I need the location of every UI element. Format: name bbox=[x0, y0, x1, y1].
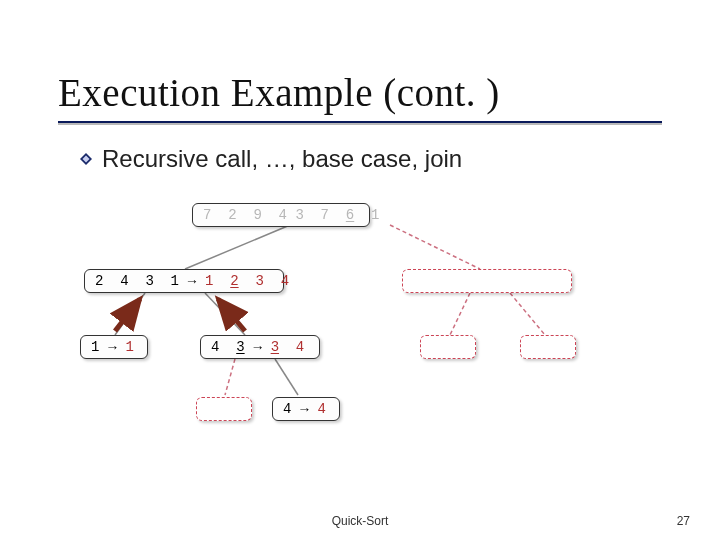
svg-line-8 bbox=[115, 299, 140, 331]
arrow-icon: → bbox=[251, 339, 265, 355]
svg-line-6 bbox=[450, 293, 470, 335]
lr-right-input: 4 bbox=[283, 401, 291, 417]
tree-right-child-placeholder-1 bbox=[420, 335, 476, 359]
page-number: 27 bbox=[677, 514, 690, 528]
tree-lr-right-box: 4 → 4 bbox=[272, 397, 340, 421]
bullet-row: Recursive call, …, base case, join bbox=[0, 123, 720, 173]
svg-line-9 bbox=[218, 299, 245, 331]
bullet-text: Recursive call, …, base case, join bbox=[102, 145, 462, 173]
left-input: 2 4 3 1 bbox=[95, 273, 179, 289]
leftleft-input: 1 bbox=[91, 339, 99, 355]
tree-leftright-box: 4 3 → 3 4 bbox=[200, 335, 320, 359]
root-input: 7 2 9 4 3 7 6 1 bbox=[203, 207, 379, 223]
tree-root-box: 7 2 9 4 3 7 6 1 bbox=[192, 203, 370, 227]
svg-line-2 bbox=[185, 225, 290, 269]
tree-right-placeholder bbox=[402, 269, 572, 293]
leftright-output: 3 4 bbox=[271, 339, 305, 355]
svg-line-10 bbox=[225, 359, 235, 395]
leftright-input: 4 3 bbox=[211, 339, 245, 355]
svg-line-5 bbox=[205, 293, 245, 335]
left-output: 1 2 3 4 bbox=[205, 273, 289, 289]
tree-right-child-placeholder-2 bbox=[520, 335, 576, 359]
lr-right-output: 4 bbox=[317, 401, 325, 417]
svg-line-11 bbox=[275, 359, 298, 395]
tree-diagram: 7 2 9 4 3 7 6 1 2 4 3 1 → 1 2 3 4 1 → 1 … bbox=[0, 173, 720, 483]
tree-left-box: 2 4 3 1 → 1 2 3 4 bbox=[84, 269, 284, 293]
arrow-icon: → bbox=[185, 273, 199, 289]
footer-label: Quick-Sort bbox=[332, 514, 389, 528]
svg-line-3 bbox=[390, 225, 480, 269]
leftleft-output: 1 bbox=[125, 339, 133, 355]
svg-line-7 bbox=[510, 293, 545, 335]
tree-lr-left-placeholder bbox=[196, 397, 252, 421]
diamond-bullet-icon bbox=[80, 153, 92, 165]
tree-leftleft-box: 1 → 1 bbox=[80, 335, 148, 359]
arrow-icon: → bbox=[105, 339, 119, 355]
slide-title: Execution Example (cont. ) bbox=[0, 0, 720, 115]
arrow-icon: → bbox=[297, 401, 311, 417]
